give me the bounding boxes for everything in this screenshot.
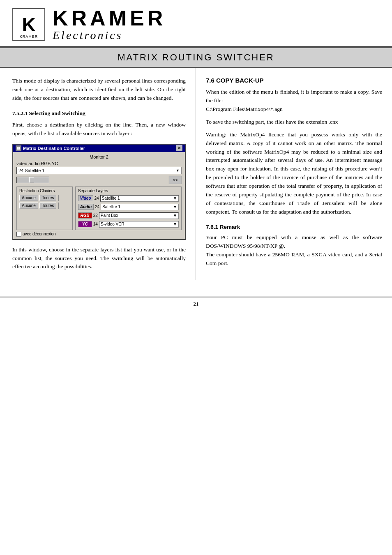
page-title: MATRIX ROUTING SWITCHER <box>118 52 274 62</box>
toutes-button-2[interactable]: Toutes <box>39 203 56 209</box>
intro-paragraph: This mode of display is characterized by… <box>12 77 186 103</box>
restriction-btn-row-1: Aucune Toutes <box>19 195 70 201</box>
dialog-app-icon: ⊞ <box>16 145 21 151</box>
layer-row-yc: YC 14 S-video VCR ▼ <box>78 221 179 228</box>
dialog-main-dropdown-value: 24 Satellite 1 <box>18 168 45 173</box>
separator-2 <box>58 203 59 209</box>
layer-row-rgb: RGB 22 Paint Box ▼ <box>78 212 179 219</box>
brand-subtitle: Electronics <box>53 29 166 42</box>
dialog-title-text: Matrix Destination Controller <box>23 146 85 151</box>
yc-badge: YC <box>78 221 92 227</box>
toutes-button-1[interactable]: Toutes <box>39 195 56 201</box>
dialog-close-button[interactable]: ✕ <box>176 145 182 151</box>
rgb-num: 22 <box>93 213 98 218</box>
dialog-navigate-button[interactable]: >> <box>169 176 182 184</box>
dialog-sections: Restriction Claviers Aucune Toutes Aucun… <box>16 187 182 230</box>
remark-text-line2: The computer should have a 256MO RAM, a … <box>206 251 382 266</box>
dialog-main-dropdown[interactable]: 24 Satellite 1 ▼ <box>16 167 182 174</box>
dialog-body: Monitor 2 video audio RGB YC 24 Satellit… <box>13 152 185 239</box>
file-path: C:\Program Files\Matrixop4\*.agn <box>206 105 382 114</box>
copy-backup-heading: 7.6 COPY BACK-UP <box>206 77 382 84</box>
separate-layers-list: Video 24 Satellite 1 ▼ Audio 24 <box>78 195 179 228</box>
right-para3: Warning: the MatrixOp4 licence that you … <box>206 131 382 216</box>
aucune-button-2[interactable]: Aucune <box>19 203 38 209</box>
avec-deconnexion-text: avec déconnexion <box>23 232 56 236</box>
subsection-heading: 7.5.2.1 Selecting and Switching <box>12 110 186 117</box>
dialog-screenshot: ⊞ Matrix Destination Controller ✕ Monito… <box>12 144 186 240</box>
page-footer: 21 <box>0 297 392 311</box>
yc-source-dropdown[interactable]: S-video VCR ▼ <box>99 221 179 228</box>
rgb-source-dropdown[interactable]: Paint Box ▼ <box>99 212 179 219</box>
aucune-button-1[interactable]: Aucune <box>19 195 38 201</box>
dialog-monitor-label: Monitor 2 <box>16 154 182 159</box>
audio-source-dropdown[interactable]: Satellite 1 ▼ <box>101 204 179 210</box>
video-badge: Video <box>78 195 93 201</box>
avec-deconnexion-checkbox[interactable] <box>16 232 21 237</box>
audio-source-value: Satellite 1 <box>102 205 120 209</box>
audio-num: 24 <box>95 205 99 209</box>
dialog-footer-row: avec déconnexion <box>16 232 182 237</box>
page-header: K KRAMER KRAMER Electronics <box>0 0 392 47</box>
avec-deconnexion-label: avec déconnexion <box>16 232 56 237</box>
content-area: This mode of display is characterized by… <box>0 68 392 280</box>
layer-row-audio: Audio 24 Satellite 1 ▼ <box>78 203 179 211</box>
para-before-dialog: First, choose a destination by clicking … <box>12 121 186 138</box>
video-num: 24 <box>95 196 99 200</box>
separate-layers-group: Separate Layers Video 24 Satellite 1 ▼ <box>75 187 182 230</box>
brand-text-block: KRAMER Electronics <box>53 7 166 42</box>
audio-badge: Audio <box>78 204 94 210</box>
left-column: This mode of display is characterized by… <box>0 68 196 280</box>
dialog-titlebar: ⊞ Matrix Destination Controller ✕ <box>13 145 185 152</box>
dialog-layer-label: video audio RGB YC <box>16 161 182 166</box>
logo-k-letter: K <box>22 15 35 34</box>
remark-text-line1: Your PC must be equipped with a mouse as… <box>206 234 382 249</box>
yc-num: 14 <box>93 222 98 226</box>
dialog-slider-thumb <box>29 177 34 183</box>
dialog-dropdown-arrow-icon: ▼ <box>176 168 180 173</box>
brand-name: KRAMER <box>53 7 166 29</box>
remark-para: Your PC must be equipped with a mouse as… <box>206 233 382 268</box>
rgb-source-value: Paint Box <box>101 213 118 218</box>
restriction-group-title: Restriction Claviers <box>19 189 70 193</box>
dialog-slider-row: >> <box>16 176 182 184</box>
yc-dropdown-arrow-icon: ▼ <box>173 222 177 226</box>
video-dropdown-arrow-icon: ▼ <box>173 196 177 200</box>
right-para1: When the edition of the menu is finished… <box>206 88 382 105</box>
rgb-dropdown-arrow-icon: ▼ <box>173 213 177 218</box>
right-para2: To save the switching part, the files ha… <box>206 118 382 127</box>
separator-1 <box>58 195 59 201</box>
dialog-slider[interactable] <box>16 177 49 183</box>
dialog-main-dropdown-row: 24 Satellite 1 ▼ <box>16 167 182 174</box>
layer-row-video: Video 24 Satellite 1 ▼ <box>78 195 179 202</box>
restriction-btn-row-2: Aucune Toutes <box>19 203 70 209</box>
para-after-dialog: In this window, choose in the separate l… <box>12 246 186 272</box>
logo-kramer-sub-text: KRAMER <box>13 35 44 39</box>
dialog-titlebar-left: ⊞ Matrix Destination Controller <box>16 145 85 151</box>
remark-heading: 7.6.1 Remark <box>206 224 382 230</box>
separate-layers-title: Separate Layers <box>78 189 179 193</box>
video-source-dropdown[interactable]: Satellite 1 ▼ <box>100 195 179 202</box>
rgb-badge: RGB <box>78 212 92 219</box>
restriction-claviers-group: Restriction Claviers Aucune Toutes Aucun… <box>16 187 73 230</box>
audio-dropdown-arrow-icon: ▼ <box>173 205 177 209</box>
right-column: 7.6 COPY BACK-UP When the edition of the… <box>196 68 392 280</box>
page-title-bar: MATRIX ROUTING SWITCHER <box>0 47 392 68</box>
video-source-value: Satellite 1 <box>102 196 120 200</box>
yc-source-value: S-video VCR <box>101 222 125 226</box>
logo-box: K KRAMER <box>12 8 45 41</box>
page-number: 21 <box>194 301 199 307</box>
